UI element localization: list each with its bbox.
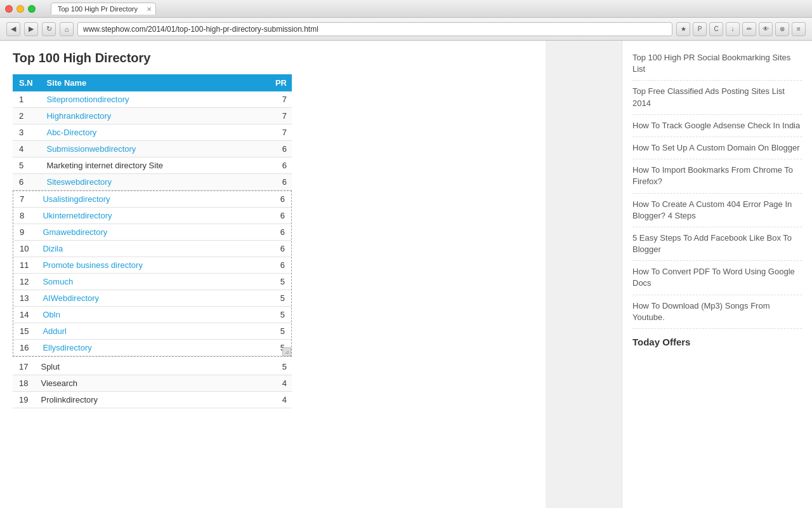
site-link[interactable]: Dizila <box>43 244 63 253</box>
menu-icon[interactable]: ≡ <box>792 22 806 36</box>
row-num: 16 <box>13 340 36 356</box>
sidebar-link[interactable]: How To Download (Mp3) Songs From Youtube… <box>632 295 802 329</box>
col-pr: PR <box>265 74 292 91</box>
row-pr: 6 <box>265 257 291 274</box>
sidebar-link[interactable]: How To Set Up A Custom Domain On Blogger <box>632 137 802 159</box>
sidebar-link[interactable]: How To Create A Custom 404 Error Page In… <box>632 194 802 227</box>
right-sidebar: Top 100 High PR Social Bookmarking Sites… <box>622 41 812 508</box>
row-name: Highrankdirectory <box>40 108 265 124</box>
row-pr: 6 <box>265 191 291 208</box>
back-icon: ◀ <box>11 25 16 33</box>
active-tab[interactable]: Top 100 High Pr Directory ✕ <box>51 3 156 15</box>
site-link[interactable]: Ukinternetdirectory <box>43 211 112 220</box>
table-row: 8 Ukinternetdirectory 6 <box>13 208 291 224</box>
row-name: Promote business directory <box>36 257 264 274</box>
directory-table: S.N Site Name PR 1 Sitepromotiondirector… <box>13 74 292 190</box>
addon-icon-1[interactable]: P <box>693 22 707 36</box>
row-pr: 6 <box>265 208 291 224</box>
row-num: 18 <box>13 375 34 392</box>
table-row: 2 Highrankdirectory 7 <box>13 108 292 124</box>
address-bar: ◀ ▶ ↻ ⌂ ★ P C ↓ ✏ 👁 ⊗ ≡ <box>0 18 812 41</box>
row-num: 14 <box>13 307 36 323</box>
site-link[interactable]: Siteswebdirectory <box>46 177 112 187</box>
close-button[interactable] <box>5 5 13 13</box>
row-num: 7 <box>13 191 36 208</box>
table-row: 5 Marketing internet directory Site 6 <box>13 157 292 174</box>
site-link[interactable]: Promote business directory <box>43 260 143 270</box>
sidebar-section-title: Today Offers <box>632 337 802 347</box>
home-icon: ⌂ <box>65 25 69 33</box>
row-name: Addurl <box>36 323 264 340</box>
maximize-button[interactable] <box>28 5 36 13</box>
row-name: Ukinternetdirectory <box>36 208 264 224</box>
sidebar-link[interactable]: Top 100 High PR Social Bookmarking Sites… <box>632 47 802 81</box>
addon-icon-2[interactable]: C <box>709 22 723 36</box>
site-link[interactable]: Gmawebdirectory <box>43 227 107 237</box>
back-button[interactable]: ◀ <box>6 22 20 36</box>
row-pr: 7 <box>265 91 292 108</box>
row-pr: 5 <box>265 290 291 307</box>
forward-icon: ▶ <box>29 25 34 33</box>
site-link[interactable]: AIWebdirectory <box>43 293 99 303</box>
site-link[interactable]: Submissionwebdirectory <box>46 144 136 154</box>
sidebar-link[interactable]: 5 Easy Steps To Add Facebook Like Box To… <box>632 227 802 261</box>
table-row: 16 Ellysdirectory 5 <box>13 340 291 356</box>
row-name: Submissionwebdirectory <box>40 141 265 157</box>
table-row: 15 Addurl 5 <box>13 323 291 340</box>
sidebar-link[interactable]: Top Free Classified Ads Posting Sites Li… <box>632 81 802 114</box>
table-header-row: S.N Site Name PR <box>13 74 292 91</box>
row-name: Marketing internet directory Site <box>40 157 265 174</box>
addon-icon-3[interactable]: ↓ <box>726 22 740 36</box>
row-num: 12 <box>13 274 36 290</box>
row-num: 6 <box>13 174 40 190</box>
site-link[interactable]: Obln <box>43 310 60 319</box>
col-name: Site Name <box>40 74 265 91</box>
row-pr: 5 <box>265 323 291 340</box>
site-link[interactable]: Ellysdirectory <box>43 343 91 352</box>
table-row: 3 Abc-Directory 7 <box>13 124 292 141</box>
after-table: 17 Splut 5 18 Viesearch 4 19 Prolinkdire… <box>13 359 292 408</box>
sidebar-link[interactable]: How To Convert PDF To Word Using Google … <box>632 261 802 295</box>
sidebar-link[interactable]: How To Track Google Adsense Check In Ind… <box>632 115 802 137</box>
sidebar-link[interactable]: How To Import Bookmarks From Chrome To F… <box>632 159 802 193</box>
tab-close-icon[interactable]: ✕ <box>147 6 152 13</box>
row-pr: 6 <box>265 224 291 241</box>
url-bar[interactable] <box>77 22 672 36</box>
star-icon[interactable]: ★ <box>676 22 690 36</box>
row-pr: 6 <box>265 141 292 157</box>
table-row: 6 Siteswebdirectory 6 <box>13 174 292 190</box>
row-name: Prolinkdirectory <box>34 392 244 408</box>
row-name: AIWebdirectory <box>36 290 264 307</box>
site-link[interactable]: Usalistingdirectory <box>43 194 110 204</box>
tab-label: Top 100 High Pr Directory <box>58 5 138 13</box>
home-button[interactable]: ⌂ <box>60 22 74 36</box>
addon-icon-5[interactable]: 👁 <box>759 22 773 36</box>
row-name: Siteswebdirectory <box>40 174 265 190</box>
row-name: Viesearch <box>34 375 244 392</box>
resize-handle[interactable]: ⊿ <box>282 347 291 356</box>
table-row: 14 Obln 5 <box>13 307 291 323</box>
reload-button[interactable]: ↻ <box>42 22 56 36</box>
minimize-button[interactable] <box>16 5 24 13</box>
row-num: 19 <box>13 392 34 408</box>
toolbar-icons: ★ P C ↓ ✏ 👁 ⊗ ≡ <box>676 22 806 36</box>
row-pr: 7 <box>265 124 292 141</box>
row-num: 17 <box>13 359 34 375</box>
site-link[interactable]: Highrankdirectory <box>46 111 111 121</box>
site-link[interactable]: Sitepromotiondirectory <box>46 95 129 104</box>
forward-button[interactable]: ▶ <box>24 22 38 36</box>
site-link[interactable]: Somuch <box>43 277 73 286</box>
row-num: 13 <box>13 290 36 307</box>
row-name: Gmawebdirectory <box>36 224 264 241</box>
site-link[interactable]: Abc-Directory <box>46 128 96 137</box>
table-row: 18 Viesearch 4 <box>13 375 292 392</box>
reload-icon: ↻ <box>46 25 52 33</box>
table-row: 12 Somuch 5 <box>13 274 291 290</box>
row-pr: 5 <box>265 307 291 323</box>
addon-icon-4[interactable]: ✏ <box>742 22 756 36</box>
site-link[interactable]: Addurl <box>43 326 67 336</box>
addon-icon-6[interactable]: ⊗ <box>775 22 789 36</box>
row-pr: 7 <box>265 108 292 124</box>
row-num: 3 <box>13 124 40 141</box>
row-pr: 5 <box>244 359 292 375</box>
